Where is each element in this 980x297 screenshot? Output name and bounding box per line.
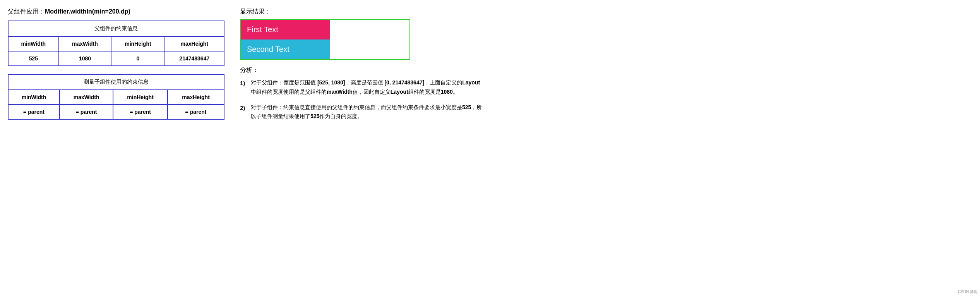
table1-col-maxheight: maxHeight xyxy=(165,36,224,51)
table1-header-cell: 父组件的约束信息 xyxy=(8,21,224,36)
table2-col-maxwidth: maxWidth xyxy=(60,90,113,105)
table2-col-minheight: minHeight xyxy=(113,90,168,105)
table1-col-minheight: minHeight xyxy=(111,36,164,51)
analysis-num-2: 2) xyxy=(240,103,249,113)
left-panel: 父组件应用：Modifier.widthIn(min=200.dp) 父组件的约… xyxy=(8,8,224,127)
display-label: 显示结果： xyxy=(240,8,482,16)
table1-val-maxheight: 2147483647 xyxy=(165,51,224,66)
table1-header-row: 父组件的约束信息 xyxy=(8,21,224,36)
display-box: First Text Second Text xyxy=(240,19,410,60)
analysis-num-1: 1) xyxy=(240,78,249,88)
table2-val-maxheight: = parent xyxy=(168,105,224,119)
title-prefix: 父组件应用： xyxy=(8,8,45,15)
analysis-label: 分析： xyxy=(240,66,482,74)
analysis-section: 分析： 1) 对于父组件：宽度是范围值 [525, 1080]，高度是范围值 [… xyxy=(240,66,482,121)
table2-col-header: minWidth maxWidth minHeight maxHeight xyxy=(8,90,224,105)
section-title: 父组件应用：Modifier.widthIn(min=200.dp) xyxy=(8,8,224,16)
table2-col-maxheight: maxHeight xyxy=(168,90,224,105)
analysis-content-2: 对于子组件：约束信息直接使用的父组件的约束信息，而父组件约束条件要求最小宽度是5… xyxy=(251,103,482,122)
table2-val-minheight: = parent xyxy=(113,105,168,119)
table1-val-minheight: 0 xyxy=(111,51,164,66)
first-text-block: First Text xyxy=(241,20,330,39)
second-text-block: Second Text xyxy=(241,39,330,59)
analysis-item-2: 2) 对于子组件：约束信息直接使用的父组件的约束信息，而父组件约束条件要求最小宽… xyxy=(240,103,482,122)
table2-val-minwidth: = parent xyxy=(8,105,60,119)
table2-val-maxwidth: = parent xyxy=(60,105,113,119)
table1-val-maxwidth: 1080 xyxy=(59,51,111,66)
analysis-list: 1) 对于父组件：宽度是范围值 [525, 1080]，高度是范围值 [0, 2… xyxy=(240,78,482,121)
table1-data-row: 525 1080 0 2147483647 xyxy=(8,51,224,66)
right-panel: 显示结果： First Text Second Text 分析： 1) 对于父组… xyxy=(240,8,482,127)
table1-col-header: minWidth maxWidth minHeight maxHeight xyxy=(8,36,224,51)
table1-col-minwidth: minWidth xyxy=(8,36,59,51)
table1-val-minwidth: 525 xyxy=(8,51,59,66)
display-section: 显示结果： First Text Second Text xyxy=(240,8,482,60)
table2-header-row: 测量子组件使用的约束信息 xyxy=(8,74,224,90)
table2-header-cell: 测量子组件使用的约束信息 xyxy=(8,74,224,90)
parent-constraint-table: 父组件的约束信息 minWidth maxWidth minHeight max… xyxy=(8,21,224,66)
table1-col-maxwidth: maxWidth xyxy=(59,36,111,51)
title-code: Modifier.widthIn(min=200.dp) xyxy=(45,8,130,15)
main-container: 父组件应用：Modifier.widthIn(min=200.dp) 父组件的约… xyxy=(8,8,482,127)
table2-data-row: = parent = parent = parent = parent xyxy=(8,105,224,119)
table2-col-minwidth: minWidth xyxy=(8,90,60,105)
analysis-item-1: 1) 对于父组件：宽度是范围值 [525, 1080]，高度是范围值 [0, 2… xyxy=(240,78,482,97)
analysis-content-1: 对于父组件：宽度是范围值 [525, 1080]，高度是范围值 [0, 2147… xyxy=(251,78,482,97)
child-constraint-table: 测量子组件使用的约束信息 minWidth maxWidth minHeight… xyxy=(8,74,224,120)
